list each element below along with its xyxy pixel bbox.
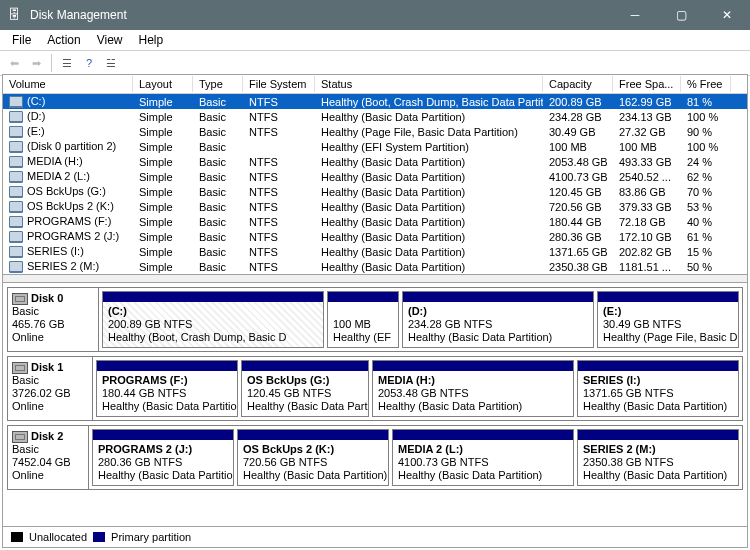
menu-action[interactable]: Action	[39, 31, 88, 49]
cell: Basic	[193, 216, 243, 228]
cell: PROGRAMS 2 (J:)	[3, 230, 133, 243]
partition[interactable]: MEDIA 2 (L:)4100.73 GB NTFSHealthy (Basi…	[392, 429, 574, 486]
cell: 27.32 GB	[613, 126, 681, 138]
col-volume[interactable]: Volume	[3, 76, 133, 92]
partition-stripe	[403, 292, 593, 302]
partition[interactable]: 100 MBHealthy (EF	[327, 291, 399, 348]
refresh-button[interactable]: ☱	[101, 53, 121, 73]
partition-stripe	[242, 361, 368, 371]
cell: 720.56 GB	[543, 201, 613, 213]
partition[interactable]: (C:)200.89 GB NTFSHealthy (Boot, Crash D…	[102, 291, 324, 348]
toolbar: ⬅ ➡ ☰ ? ☱	[0, 51, 750, 76]
volume-icon	[9, 201, 23, 213]
partition[interactable]: PROGRAMS 2 (J:)280.36 GB NTFSHealthy (Ba…	[92, 429, 234, 486]
volume-icon	[9, 126, 23, 138]
cell: Basic	[193, 231, 243, 243]
volume-row[interactable]: OS BckUps (G:)SimpleBasicNTFSHealthy (Ba…	[3, 184, 747, 199]
cell: Simple	[133, 171, 193, 183]
col-type[interactable]: Type	[193, 76, 243, 92]
disk[interactable]: Disk 2Basic7452.04 GBOnlinePROGRAMS 2 (J…	[7, 425, 743, 490]
col-layout[interactable]: Layout	[133, 76, 193, 92]
cell: Simple	[133, 231, 193, 243]
col-capacity[interactable]: Capacity	[543, 76, 613, 92]
cell: Healthy (Basic Data Partition)	[315, 216, 543, 228]
partition[interactable]: SERIES (I:)1371.65 GB NTFSHealthy (Basic…	[577, 360, 739, 417]
cell: 162.99 GB	[613, 96, 681, 108]
partition[interactable]: OS BckUps 2 (K:)720.56 GB NTFSHealthy (B…	[237, 429, 389, 486]
volume-icon	[9, 156, 23, 168]
col-pct[interactable]: % Free	[681, 76, 731, 92]
toolbar-sep	[51, 54, 52, 72]
volume-row[interactable]: (C:)SimpleBasicNTFSHealthy (Boot, Crash …	[3, 94, 747, 109]
partition[interactable]: OS BckUps (G:)120.45 GB NTFSHealthy (Bas…	[241, 360, 369, 417]
volume-row[interactable]: SERIES (I:)SimpleBasicNTFSHealthy (Basic…	[3, 244, 747, 259]
cell: 70 %	[681, 186, 731, 198]
volume-list[interactable]: (C:)SimpleBasicNTFSHealthy (Boot, Crash …	[3, 94, 747, 274]
volume-row[interactable]: OS BckUps 2 (K:)SimpleBasicNTFSHealthy (…	[3, 199, 747, 214]
cell: NTFS	[243, 126, 315, 138]
titlebar: 🗄 Disk Management ─ ▢ ✕	[0, 0, 750, 30]
partition-stripe	[393, 430, 573, 440]
col-free[interactable]: Free Spa...	[613, 76, 681, 92]
cell: 62 %	[681, 171, 731, 183]
partition[interactable]: (D:)234.28 GB NTFSHealthy (Basic Data Pa…	[402, 291, 594, 348]
partition[interactable]: (E:)30.49 GB NTFSHealthy (Page File, Bas…	[597, 291, 739, 348]
volume-row[interactable]: MEDIA 2 (L:)SimpleBasicNTFSHealthy (Basi…	[3, 169, 747, 184]
partition-stripe	[578, 430, 738, 440]
cell: Healthy (Basic Data Partition)	[315, 231, 543, 243]
cell: Basic	[193, 111, 243, 123]
cell: Basic	[193, 141, 243, 153]
cell: 100 MB	[613, 141, 681, 153]
volume-row[interactable]: (Disk 0 partition 2)SimpleBasicHealthy (…	[3, 139, 747, 154]
volume-row[interactable]: MEDIA (H:)SimpleBasicNTFSHealthy (Basic …	[3, 154, 747, 169]
close-button[interactable]: ✕	[704, 0, 750, 30]
disk-icon	[12, 431, 28, 443]
cell: 40 %	[681, 216, 731, 228]
col-status[interactable]: Status	[315, 76, 543, 92]
cell: 493.33 GB	[613, 156, 681, 168]
volume-row[interactable]: (E:)SimpleBasicNTFSHealthy (Page File, B…	[3, 124, 747, 139]
partition[interactable]: SERIES 2 (M:)2350.38 GB NTFSHealthy (Bas…	[577, 429, 739, 486]
cell: PROGRAMS (F:)	[3, 215, 133, 228]
views-button[interactable]: ☰	[57, 53, 77, 73]
volume-row[interactable]: (D:)SimpleBasicNTFSHealthy (Basic Data P…	[3, 109, 747, 124]
cell: Basic	[193, 156, 243, 168]
app-icon: 🗄	[8, 7, 24, 23]
volume-row[interactable]: SERIES 2 (M:)SimpleBasicNTFSHealthy (Bas…	[3, 259, 747, 274]
minimize-button[interactable]: ─	[612, 0, 658, 30]
partition[interactable]: MEDIA (H:)2053.48 GB NTFSHealthy (Basic …	[372, 360, 574, 417]
volume-icon	[9, 216, 23, 228]
cell: 61 %	[681, 231, 731, 243]
cell: NTFS	[243, 246, 315, 258]
partition-stripe	[93, 430, 233, 440]
cell: NTFS	[243, 186, 315, 198]
cell: Simple	[133, 156, 193, 168]
disk[interactable]: Disk 0Basic465.76 GBOnline(C:)200.89 GB …	[7, 287, 743, 352]
splitter[interactable]	[3, 274, 747, 283]
cell: Simple	[133, 96, 193, 108]
menu-file[interactable]: File	[4, 31, 39, 49]
cell: Simple	[133, 261, 193, 273]
col-fs[interactable]: File System	[243, 76, 315, 92]
volume-row[interactable]: PROGRAMS 2 (J:)SimpleBasicNTFSHealthy (B…	[3, 229, 747, 244]
disk-info: Disk 0Basic465.76 GBOnline	[8, 288, 99, 351]
cell: (Disk 0 partition 2)	[3, 140, 133, 153]
cell: 50 %	[681, 261, 731, 273]
menu-help[interactable]: Help	[131, 31, 172, 49]
cell: 1371.65 GB	[543, 246, 613, 258]
help-button[interactable]: ?	[79, 53, 99, 73]
cell: 72.18 GB	[613, 216, 681, 228]
cell: 15 %	[681, 246, 731, 258]
maximize-button[interactable]: ▢	[658, 0, 704, 30]
volume-row[interactable]: PROGRAMS (F:)SimpleBasicNTFSHealthy (Bas…	[3, 214, 747, 229]
cell: Simple	[133, 141, 193, 153]
cell: 120.45 GB	[543, 186, 613, 198]
disk-map[interactable]: Disk 0Basic465.76 GBOnline(C:)200.89 GB …	[3, 283, 747, 526]
disk-info: Disk 1Basic3726.02 GBOnline	[8, 357, 93, 420]
cell: NTFS	[243, 201, 315, 213]
cell: 24 %	[681, 156, 731, 168]
disk[interactable]: Disk 1Basic3726.02 GBOnlinePROGRAMS (F:)…	[7, 356, 743, 421]
menu-view[interactable]: View	[89, 31, 131, 49]
partition[interactable]: PROGRAMS (F:)180.44 GB NTFSHealthy (Basi…	[96, 360, 238, 417]
volume-icon	[9, 186, 23, 198]
